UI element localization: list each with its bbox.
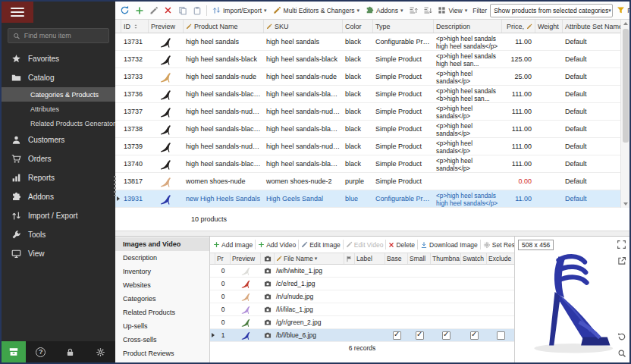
column-header-preview[interactable]: Preview [149,20,184,33]
horizontal-splitter[interactable] [115,231,629,237]
scroll-down-arrow[interactable] [623,202,628,206]
cell-swatch-checkbox[interactable] [461,316,487,329]
cell-thumbnail-checkbox[interactable] [431,290,461,303]
detail-tab[interactable]: Related Products [115,306,209,319]
cell-swatch-checkbox[interactable] [461,278,487,290]
column-header-product-name[interactable]: Product Name [184,20,264,33]
scroll-up-arrow[interactable] [623,22,628,25]
cell-base-checkbox[interactable] [385,303,408,316]
product-row[interactable]: 13931 new High Heels Sandals High Geels … [115,190,620,208]
sidebar-splitter[interactable] [114,176,116,196]
cell-base-checkbox[interactable] [385,278,408,290]
cell-exclude-checkbox[interactable] [487,278,514,290]
cell-small-checkbox[interactable] [408,278,431,290]
detail-tab[interactable]: Categories [115,292,209,306]
sidebar-item-reports[interactable]: Reports [2,168,115,187]
column-header-base[interactable]: Base [385,253,408,264]
sidebar-item-tools[interactable]: Tools [2,225,115,244]
column-header-camera[interactable] [261,253,275,264]
view-menu[interactable]: View▾ [435,5,469,16]
edit-video-button[interactable]: Edit Video [344,241,385,249]
add-image-button[interactable]: Add Image [212,241,254,249]
cell-small-checkbox[interactable] [408,290,431,303]
column-header-id[interactable]: ID [121,20,149,33]
cell-base-checkbox[interactable] [385,290,408,303]
cell-small-checkbox[interactable] [408,329,431,342]
product-row[interactable]: 13738 high heel sandals-black-37 high he… [115,121,620,138]
cell-swatch-checkbox[interactable] [461,265,487,278]
product-row[interactable]: 13740 high heel sandals-black-38 high he… [115,155,620,173]
sidebar-item-catalog[interactable]: Catalog [2,68,115,87]
collapse-all-button[interactable] [421,4,434,17]
scrollbar-thumb[interactable] [623,29,629,143]
detail-tab[interactable]: Up-sells [115,319,209,333]
column-header-description[interactable]: Description [434,20,502,33]
cell-exclude-checkbox[interactable] [487,316,514,329]
sidebar-item-view[interactable]: View [2,244,115,263]
zoom-button[interactable] [617,349,626,358]
cell-base-checkbox[interactable] [385,316,408,329]
menu-search-box[interactable] [8,28,109,43]
sidebar-item-attributes[interactable]: Attributes [2,102,115,116]
product-row[interactable]: 13817 women shoes-nude women shoes-nude-… [115,173,620,190]
column-header-type[interactable]: Type [373,20,434,33]
detail-tab[interactable]: Inventory [115,265,209,278]
column-header-label[interactable]: Label [355,253,385,264]
column-header-sku[interactable]: SKU [264,20,343,33]
cell-thumbnail-checkbox[interactable] [431,303,461,316]
detail-tab[interactable]: Websites [115,278,209,292]
detail-tab[interactable]: Cross-sells [115,333,209,347]
cell-thumbnail-checkbox[interactable] [431,265,461,278]
column-header-attribute-set[interactable]: Attribute Set Name [563,20,620,33]
product-row[interactable]: 13739 high heel sandals-nude-37 high hee… [115,138,620,155]
image-row[interactable]: 1 /b/l/blue_6.jpg [210,329,514,342]
add-video-button[interactable]: Add Video [256,241,297,249]
column-header-weight[interactable]: Weight [535,20,563,33]
cell-exclude-checkbox[interactable] [487,303,514,316]
sidebar-item-customers[interactable]: Customers [2,130,115,149]
image-row[interactable]: 0 /n/u/nude.jpg [210,290,514,303]
sidebar-item-categories-products[interactable]: Categories & Products [2,87,115,102]
lock-button[interactable] [55,347,85,357]
column-header-preview[interactable]: Preview [231,253,261,264]
exclude-checkbox[interactable] [497,331,505,340]
image-row[interactable]: 0 /g/r/green_2.jpg [210,316,514,329]
download-image-button[interactable]: Download Image [419,241,479,249]
menu-search-input[interactable] [24,32,104,39]
detail-tab[interactable]: Images and Video [115,237,209,251]
filters-button[interactable]: Filters▾ [614,5,631,16]
add-product-button[interactable] [133,4,146,17]
cell-thumbnail-checkbox[interactable] [431,278,461,290]
cell-swatch-checkbox[interactable] [461,329,487,342]
rotate-button[interactable] [617,332,626,341]
image-row[interactable]: 0 /l/i/lilac_1.jpg [210,303,514,316]
base-checkbox[interactable] [393,331,401,340]
cell-exclude-checkbox[interactable] [487,329,514,342]
sidebar-item-orders[interactable]: Orders [2,149,115,168]
small-checkbox[interactable] [416,331,424,340]
detail-tab[interactable]: Description [115,251,209,265]
fullscreen-button[interactable] [617,240,626,249]
grid-scrollbar[interactable] [620,20,629,208]
addons-menu[interactable]: Addons▾ [363,5,405,16]
open-external-button[interactable] [617,256,626,265]
cell-base-checkbox[interactable] [385,329,408,342]
swatch-checkbox[interactable] [470,331,479,340]
product-row[interactable]: 13736 high heel sandals-black-36 high he… [115,86,620,103]
cell-small-checkbox[interactable] [408,265,431,278]
import-export-menu[interactable]: Import/Export▾ [210,5,269,16]
thumbnail-checkbox[interactable] [442,331,450,340]
cell-swatch-checkbox[interactable] [461,303,487,316]
edit-product-button[interactable] [147,4,160,17]
cell-swatch-checkbox[interactable] [461,290,487,303]
cell-exclude-checkbox[interactable] [487,290,514,303]
product-row[interactable]: 13731 high heel sandals high heel sandal… [115,33,620,51]
multi-editors-menu[interactable]: Multi Editors & Changers▾ [271,5,363,16]
refresh-button[interactable] [118,4,131,17]
sidebar-item-addons[interactable]: Addons [2,187,115,206]
column-header-file-name[interactable]: File Name▾ [275,253,344,264]
help-button[interactable]: ? [26,347,55,357]
cell-small-checkbox[interactable] [408,316,431,329]
column-header-small[interactable]: Small [408,253,431,264]
scrollbar-track[interactable] [621,27,629,200]
